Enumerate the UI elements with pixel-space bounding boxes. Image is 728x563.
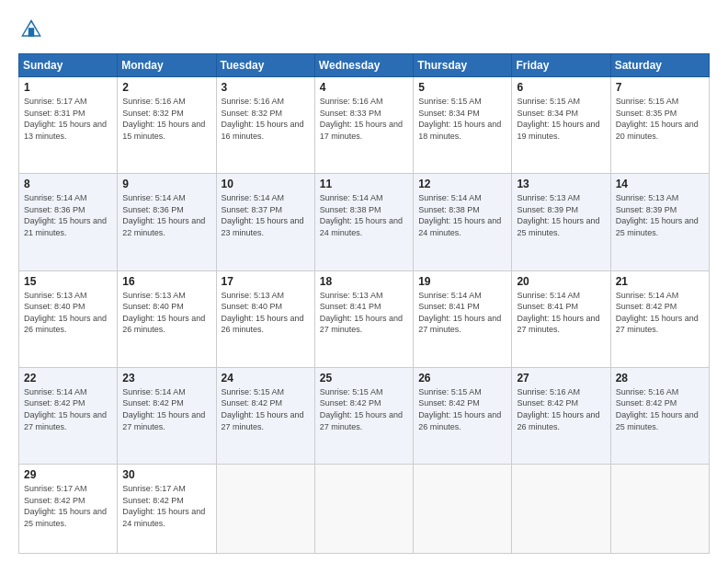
day-number: 19 [418, 275, 506, 288]
day-info: Sunrise: 5:14 AMSunset: 8:42 PMDaylight:… [24, 386, 112, 432]
table-cell: 19Sunrise: 5:14 AMSunset: 8:41 PMDayligh… [414, 270, 512, 367]
day-info: Sunrise: 5:14 AMSunset: 8:41 PMDaylight:… [418, 290, 506, 336]
day-number: 16 [122, 275, 210, 288]
day-number: 13 [517, 178, 605, 190]
table-cell [610, 465, 709, 554]
day-info: Sunrise: 5:17 AMSunset: 8:31 PMDaylight:… [24, 96, 112, 142]
day-info: Sunrise: 5:16 AMSunset: 8:42 PMDaylight:… [517, 386, 605, 432]
day-number: 1 [24, 81, 112, 94]
col-friday: Friday [512, 54, 610, 77]
table-cell: 8Sunrise: 5:14 AMSunset: 8:36 PMDaylight… [19, 174, 118, 270]
table-cell: 16Sunrise: 5:13 AMSunset: 8:40 PMDayligh… [118, 270, 216, 367]
table-cell: 30Sunrise: 5:17 AMSunset: 8:42 PMDayligh… [118, 465, 216, 554]
col-monday: Monday [118, 54, 216, 77]
table-cell: 28Sunrise: 5:16 AMSunset: 8:42 PMDayligh… [610, 367, 709, 464]
table-cell: 24Sunrise: 5:15 AMSunset: 8:42 PMDayligh… [216, 367, 314, 464]
day-info: Sunrise: 5:13 AMSunset: 8:39 PMDaylight:… [517, 192, 605, 238]
table-cell: 27Sunrise: 5:16 AMSunset: 8:42 PMDayligh… [512, 367, 610, 464]
day-info: Sunrise: 5:14 AMSunset: 8:37 PMDaylight:… [222, 192, 310, 238]
day-number: 5 [418, 81, 506, 94]
table-cell: 9Sunrise: 5:14 AMSunset: 8:36 PMDaylight… [118, 174, 216, 270]
day-number: 30 [122, 468, 210, 481]
day-number: 18 [320, 275, 408, 288]
page: Sunday Monday Tuesday Wednesday Thursday… [0, 0, 728, 563]
day-info: Sunrise: 5:17 AMSunset: 8:42 PMDaylight:… [122, 483, 210, 529]
table-cell: 22Sunrise: 5:14 AMSunset: 8:42 PMDayligh… [19, 367, 118, 464]
table-cell: 25Sunrise: 5:15 AMSunset: 8:42 PMDayligh… [314, 367, 413, 464]
day-info: Sunrise: 5:14 AMSunset: 8:42 PMDaylight:… [122, 386, 210, 432]
day-number: 21 [616, 275, 704, 288]
table-cell [314, 465, 413, 554]
day-info: Sunrise: 5:15 AMSunset: 8:34 PMDaylight:… [418, 96, 506, 142]
day-info: Sunrise: 5:16 AMSunset: 8:42 PMDaylight:… [616, 386, 704, 432]
day-number: 22 [24, 372, 112, 385]
table-cell: 29Sunrise: 5:17 AMSunset: 8:42 PMDayligh… [19, 465, 118, 554]
day-number: 28 [616, 372, 704, 385]
table-cell: 3Sunrise: 5:16 AMSunset: 8:32 PMDaylight… [216, 77, 314, 174]
col-tuesday: Tuesday [216, 54, 314, 77]
day-number: 11 [320, 178, 408, 190]
day-number: 14 [616, 178, 704, 190]
day-number: 24 [222, 372, 310, 385]
day-info: Sunrise: 5:15 AMSunset: 8:42 PMDaylight:… [222, 386, 310, 432]
table-cell: 4Sunrise: 5:16 AMSunset: 8:33 PMDaylight… [314, 77, 413, 174]
header [18, 17, 710, 42]
day-number: 9 [122, 178, 210, 190]
table-cell: 5Sunrise: 5:15 AMSunset: 8:34 PMDaylight… [414, 77, 512, 174]
day-info: Sunrise: 5:16 AMSunset: 8:33 PMDaylight:… [320, 96, 408, 142]
svg-rect-2 [28, 28, 34, 36]
table-cell: 11Sunrise: 5:14 AMSunset: 8:38 PMDayligh… [314, 174, 413, 270]
col-wednesday: Wednesday [314, 54, 413, 77]
day-info: Sunrise: 5:14 AMSunset: 8:42 PMDaylight:… [616, 290, 704, 336]
day-info: Sunrise: 5:14 AMSunset: 8:36 PMDaylight:… [24, 192, 112, 238]
day-info: Sunrise: 5:13 AMSunset: 8:41 PMDaylight:… [320, 290, 408, 336]
table-cell [512, 465, 610, 554]
day-number: 3 [222, 81, 310, 94]
day-number: 17 [222, 275, 310, 288]
day-number: 6 [517, 81, 605, 94]
table-cell: 6Sunrise: 5:15 AMSunset: 8:34 PMDaylight… [512, 77, 610, 174]
table-cell [414, 465, 512, 554]
day-info: Sunrise: 5:13 AMSunset: 8:40 PMDaylight:… [24, 290, 112, 336]
day-info: Sunrise: 5:15 AMSunset: 8:42 PMDaylight:… [320, 386, 408, 432]
table-cell: 17Sunrise: 5:13 AMSunset: 8:40 PMDayligh… [216, 270, 314, 367]
day-number: 12 [418, 178, 506, 190]
table-cell [216, 465, 314, 554]
day-info: Sunrise: 5:15 AMSunset: 8:34 PMDaylight:… [517, 96, 605, 142]
calendar-table: Sunday Monday Tuesday Wednesday Thursday… [18, 53, 710, 554]
col-thursday: Thursday [414, 54, 512, 77]
day-number: 26 [418, 372, 506, 385]
table-cell: 12Sunrise: 5:14 AMSunset: 8:38 PMDayligh… [414, 174, 512, 270]
table-cell: 1Sunrise: 5:17 AMSunset: 8:31 PMDaylight… [19, 77, 118, 174]
table-cell: 2Sunrise: 5:16 AMSunset: 8:32 PMDaylight… [118, 77, 216, 174]
day-number: 25 [320, 372, 408, 385]
day-number: 20 [517, 275, 605, 288]
day-info: Sunrise: 5:14 AMSunset: 8:41 PMDaylight:… [517, 290, 605, 336]
day-number: 4 [320, 81, 408, 94]
day-info: Sunrise: 5:13 AMSunset: 8:39 PMDaylight:… [616, 192, 704, 238]
day-info: Sunrise: 5:15 AMSunset: 8:35 PMDaylight:… [616, 96, 704, 142]
day-number: 8 [24, 178, 112, 190]
day-number: 29 [24, 468, 112, 481]
calendar-header-row: Sunday Monday Tuesday Wednesday Thursday… [19, 54, 710, 77]
day-info: Sunrise: 5:16 AMSunset: 8:32 PMDaylight:… [122, 96, 210, 142]
table-cell: 20Sunrise: 5:14 AMSunset: 8:41 PMDayligh… [512, 270, 610, 367]
table-cell: 13Sunrise: 5:13 AMSunset: 8:39 PMDayligh… [512, 174, 610, 270]
col-saturday: Saturday [610, 54, 709, 77]
col-sunday: Sunday [19, 54, 118, 77]
table-cell: 14Sunrise: 5:13 AMSunset: 8:39 PMDayligh… [610, 174, 709, 270]
day-number: 10 [222, 178, 310, 190]
day-info: Sunrise: 5:14 AMSunset: 8:38 PMDaylight:… [418, 192, 506, 238]
table-cell: 18Sunrise: 5:13 AMSunset: 8:41 PMDayligh… [314, 270, 413, 367]
day-info: Sunrise: 5:13 AMSunset: 8:40 PMDaylight:… [222, 290, 310, 336]
day-number: 2 [122, 81, 210, 94]
day-number: 27 [517, 372, 605, 385]
day-info: Sunrise: 5:17 AMSunset: 8:42 PMDaylight:… [24, 483, 112, 529]
day-number: 7 [616, 81, 704, 94]
day-number: 15 [24, 275, 112, 288]
logo-icon [18, 17, 44, 42]
day-number: 23 [122, 372, 210, 385]
table-cell: 26Sunrise: 5:15 AMSunset: 8:42 PMDayligh… [414, 367, 512, 464]
day-info: Sunrise: 5:14 AMSunset: 8:38 PMDaylight:… [320, 192, 408, 238]
day-info: Sunrise: 5:14 AMSunset: 8:36 PMDaylight:… [122, 192, 210, 238]
